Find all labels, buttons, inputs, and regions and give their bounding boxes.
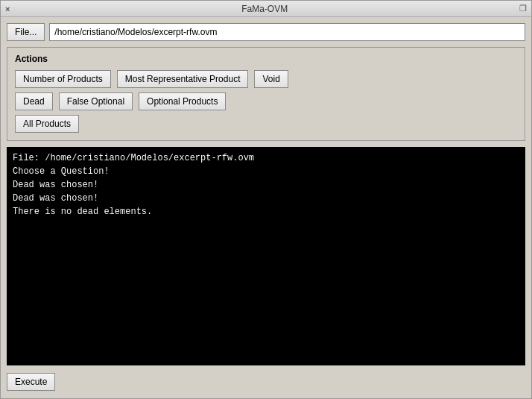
- void-button[interactable]: Void: [254, 70, 288, 88]
- dead-button[interactable]: Dead: [15, 92, 53, 110]
- actions-row-2: Dead False Optional Optional Products: [15, 92, 517, 110]
- all-products-button[interactable]: All Products: [15, 115, 79, 133]
- console-line: Dead was chosen!: [13, 192, 519, 205]
- execute-row: Execute: [7, 371, 525, 392]
- optional-products-button[interactable]: Optional Products: [139, 92, 226, 110]
- number-of-products-button[interactable]: Number of Products: [15, 70, 111, 88]
- console-area: File: /home/cristiano/Modelos/excerpt-rf…: [7, 147, 525, 365]
- most-representative-product-button[interactable]: Most Representative Product: [117, 70, 249, 88]
- window-body: File... Actions Number of Products Most …: [1, 17, 531, 398]
- actions-row-1: Number of Products Most Representative P…: [15, 70, 517, 88]
- console-line: Choose a Question!: [13, 165, 519, 178]
- console-line: File: /home/cristiano/Modelos/excerpt-rf…: [13, 151, 519, 165]
- title-bar: × FaMa-OVM ❐: [1, 1, 531, 17]
- file-row: File...: [7, 23, 525, 41]
- restore-icon[interactable]: ❐: [519, 4, 527, 13]
- file-button[interactable]: File...: [7, 23, 45, 41]
- file-path-input[interactable]: [49, 23, 525, 41]
- actions-row-3: All Products: [15, 115, 517, 133]
- console-line: There is no dead elements.: [13, 205, 519, 219]
- false-optional-button[interactable]: False Optional: [59, 92, 133, 110]
- main-window: × FaMa-OVM ❐ File... Actions Number of P…: [0, 0, 532, 399]
- actions-group: Actions Number of Products Most Represen…: [7, 47, 525, 141]
- execute-button[interactable]: Execute: [7, 373, 55, 391]
- window-title: FaMa-OVM: [10, 4, 519, 14]
- actions-label: Actions: [15, 54, 517, 64]
- console-line: Dead was chosen!: [13, 178, 519, 192]
